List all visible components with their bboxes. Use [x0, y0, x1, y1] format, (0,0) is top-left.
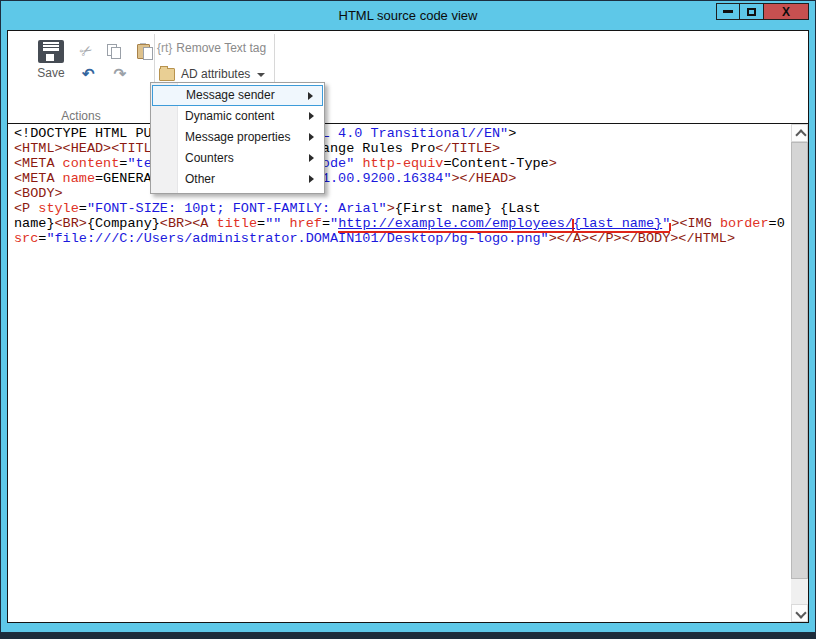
- save-button[interactable]: Save: [30, 40, 72, 96]
- code-line: src="file:///C:/Users/administrator.DOMA…: [14, 231, 790, 246]
- redo-icon: ↷: [113, 65, 126, 82]
- save-button-label: Save: [30, 66, 72, 80]
- close-icon: X: [782, 5, 790, 19]
- clipboard-buttons: ✂: [80, 41, 152, 61]
- chevron-up-icon: [795, 129, 806, 140]
- code-line: <BODY>: [14, 186, 790, 201]
- code-line: <META name=GENERATOR content="MSHTML 11.…: [14, 171, 790, 186]
- menu-item-dynamic-content[interactable]: Dynamic content: [152, 106, 323, 127]
- submenu-arrow-icon: [309, 154, 314, 162]
- minimize-icon: [723, 10, 733, 13]
- remove-text-tag-button[interactable]: {rt}Remove Text tag: [157, 41, 266, 57]
- redo-button[interactable]: ↷: [113, 65, 126, 83]
- copy-button[interactable]: [107, 44, 121, 59]
- maximize-icon: [747, 8, 756, 16]
- paste-button[interactable]: [136, 43, 152, 59]
- dialog-window: HTML source code view X Save ✂: [0, 0, 816, 633]
- remove-text-tag-label: Remove Text tag: [176, 41, 266, 55]
- code-line: <META content="text/html; charset=unicod…: [14, 156, 790, 171]
- menu-item-message-sender[interactable]: Message sender: [152, 85, 323, 106]
- menu-item-counters[interactable]: Counters: [152, 148, 323, 169]
- scissors-icon: ✂: [76, 40, 95, 61]
- window-controls: X: [717, 3, 809, 20]
- chevron-down-icon: [257, 73, 265, 77]
- submenu-arrow-icon: [309, 112, 314, 120]
- submenu-arrow-icon: [309, 133, 314, 141]
- undo-redo-buttons: ↶ ↷: [82, 65, 126, 83]
- submenu-arrow-icon: [308, 92, 313, 100]
- menu-item-other[interactable]: Other: [152, 169, 323, 190]
- submenu-arrow-icon: [309, 175, 314, 183]
- actions-group-label: Actions: [8, 109, 154, 123]
- close-button[interactable]: X: [763, 3, 809, 20]
- vertical-scrollbar[interactable]: [791, 124, 808, 622]
- ad-attributes-label: AD attributes: [181, 67, 250, 81]
- code-line: <!DOCTYPE HTML PUBLIC "-//W3C//DTD HTML …: [14, 126, 790, 141]
- maximize-button[interactable]: [739, 3, 764, 20]
- save-icon: [38, 40, 64, 63]
- cut-button[interactable]: ✂: [76, 40, 96, 62]
- code-editor[interactable]: <!DOCTYPE HTML PUBLIC "-//W3C//DTD HTML …: [8, 123, 808, 622]
- chevron-down-icon: [795, 607, 806, 618]
- code-line: <P style="FONT-SIZE: 10pt; FONT-FAMILY: …: [14, 201, 790, 216]
- rt-tag-icon: {rt}: [157, 41, 172, 55]
- ad-attributes-button[interactable]: AD attributes: [159, 66, 265, 82]
- minimize-button[interactable]: [716, 3, 740, 20]
- scroll-up-button[interactable]: [791, 124, 808, 142]
- scroll-down-button[interactable]: [791, 604, 808, 622]
- ad-attributes-dropdown-menu: Message sender Dynamic content Message p…: [150, 82, 325, 194]
- code-line: <HTML><HEAD><TITLE>Generated with Exchan…: [14, 141, 790, 156]
- client-area: Save ✂ ↶ ↷ {rt}Remove Text tag AD attrib…: [7, 30, 809, 623]
- code-content: <!DOCTYPE HTML PUBLIC "-//W3C//DTD HTML …: [14, 126, 790, 246]
- undo-icon: ↶: [82, 65, 95, 82]
- folder-icon: [159, 68, 175, 81]
- title-bar[interactable]: HTML source code view X: [1, 1, 815, 30]
- scrollbar-thumb[interactable]: [791, 142, 808, 579]
- undo-button[interactable]: ↶: [82, 65, 95, 83]
- code-line: name}<BR>{Company}<BR><A title="" href="…: [14, 216, 790, 231]
- window-title: HTML source code view: [1, 8, 815, 23]
- menu-item-message-properties[interactable]: Message properties: [152, 127, 323, 148]
- toolbar-ribbon: Save ✂ ↶ ↷ {rt}Remove Text tag AD attrib…: [8, 31, 808, 123]
